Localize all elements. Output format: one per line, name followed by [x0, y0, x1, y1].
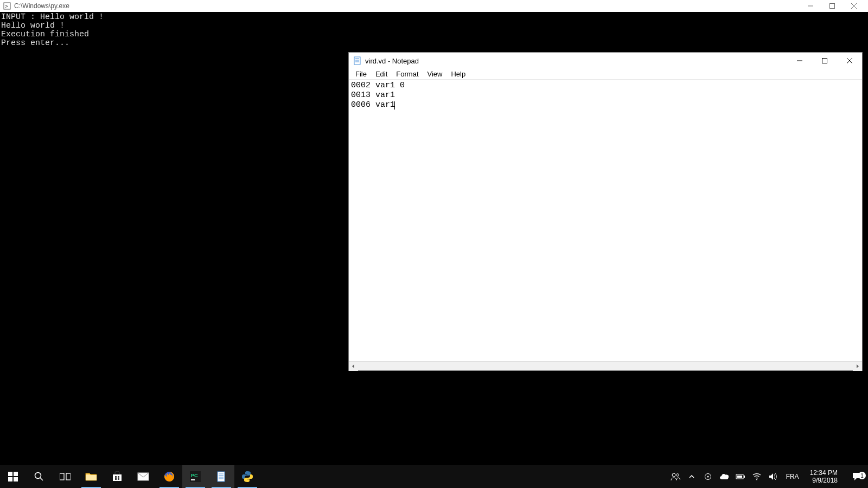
svg-rect-3: [830, 4, 835, 9]
console-line: Execution finished: [1, 30, 89, 39]
tray-time: 12:34 PM: [810, 469, 838, 477]
svg-point-40: [676, 474, 679, 477]
tray-location-icon[interactable]: [701, 465, 714, 488]
svg-rect-33: [191, 479, 195, 480]
pycharm-icon: PC: [190, 471, 201, 482]
notepad-icon: [216, 471, 226, 482]
notepad-minimize-button[interactable]: [787, 53, 812, 69]
menu-edit[interactable]: Edit: [371, 70, 392, 78]
svg-text:PC: PC: [191, 473, 198, 478]
windows-logo-icon: [8, 472, 18, 481]
notepad-line: 0013 var1: [351, 91, 395, 100]
svg-rect-19: [14, 477, 18, 481]
store-icon: [112, 471, 123, 482]
notepad-close-button[interactable]: [837, 53, 862, 69]
svg-rect-11: [822, 59, 827, 63]
taskbar-app-store[interactable]: [104, 465, 130, 488]
console-maximize-button[interactable]: [821, 0, 843, 12]
svg-line-21: [40, 478, 43, 480]
svg-point-46: [756, 479, 757, 480]
taskbar-app-python[interactable]: [234, 465, 260, 488]
start-button[interactable]: [0, 465, 26, 488]
menu-file[interactable]: File: [351, 70, 371, 78]
notification-badge: 1: [858, 472, 866, 479]
firefox-icon: [163, 471, 175, 483]
file-explorer-icon: [85, 472, 97, 481]
tray-clock[interactable]: 12:34 PM 9/9/2018: [806, 466, 842, 487]
console-line: Hello world !: [1, 21, 65, 30]
taskbar-left: PC: [0, 465, 260, 488]
notepad-line: 0002 var1 0: [351, 81, 405, 90]
notepad-maximize-button[interactable]: [812, 53, 837, 69]
chevron-up-icon: [689, 474, 694, 479]
tray-date: 9/9/2018: [810, 477, 838, 484]
python-icon: [241, 471, 253, 483]
svg-rect-16: [8, 472, 12, 476]
console-app-icon: >: [3, 2, 11, 10]
tray-onedrive-icon[interactable]: [718, 465, 731, 488]
menu-view[interactable]: View: [423, 70, 447, 78]
console-line: INPUT : Hello world !: [1, 12, 104, 22]
taskbar-app-pycharm[interactable]: PC: [182, 465, 208, 488]
notepad-window: vird.vd - Notepad File Edit Format View …: [348, 52, 863, 371]
menu-format[interactable]: Format: [392, 70, 423, 78]
notepad-title-text: vird.vd - Notepad: [365, 57, 419, 65]
taskbar: PC: [0, 465, 868, 488]
svg-rect-24: [86, 475, 97, 480]
svg-marker-15: [857, 364, 859, 368]
svg-point-42: [707, 476, 709, 478]
taskbar-spacer: [260, 465, 669, 488]
mail-icon: [137, 472, 149, 481]
taskbar-app-file-explorer[interactable]: [78, 465, 104, 488]
svg-point-20: [35, 473, 41, 479]
svg-rect-18: [8, 477, 12, 481]
tray-show-hidden-icons[interactable]: [685, 465, 698, 488]
tray-power-icon[interactable]: [734, 465, 747, 488]
svg-text:>: >: [5, 3, 8, 9]
text-cursor: [394, 101, 395, 110]
notepad-text-area[interactable]: 0002 var1 0 0013 var1 0006 var1: [349, 80, 862, 361]
console-line: Press enter...: [1, 38, 69, 48]
notepad-app-icon: [353, 56, 362, 65]
svg-rect-22: [60, 473, 64, 480]
taskbar-right: FRA 12:34 PM 9/9/2018 1: [669, 465, 868, 488]
tray-volume-icon[interactable]: [767, 465, 780, 488]
svg-rect-27: [115, 478, 117, 480]
notepad-titlebar[interactable]: vird.vd - Notepad: [349, 53, 862, 69]
svg-rect-34: [218, 472, 225, 481]
console-close-button[interactable]: [843, 0, 865, 12]
tray-language[interactable]: FRA: [783, 473, 802, 480]
tray-people-icon[interactable]: [669, 465, 682, 488]
svg-rect-6: [354, 57, 360, 65]
svg-point-39: [672, 473, 675, 477]
svg-rect-23: [66, 473, 71, 480]
search-icon: [34, 472, 44, 481]
svg-marker-14: [352, 364, 354, 368]
svg-rect-26: [118, 476, 119, 478]
svg-marker-47: [769, 473, 773, 480]
taskbar-app-notepad[interactable]: [208, 465, 234, 488]
scroll-right-arrow-icon[interactable]: [853, 362, 862, 371]
taskbar-app-firefox[interactable]: [156, 465, 182, 488]
console-titlebar[interactable]: > C:\Windows\py.exe: [0, 0, 868, 12]
svg-rect-17: [14, 472, 18, 476]
scroll-left-arrow-icon[interactable]: [349, 362, 358, 371]
console-title-text: C:\Windows\py.exe: [14, 2, 69, 10]
tray-action-center[interactable]: 1: [845, 472, 868, 481]
svg-rect-44: [737, 476, 742, 478]
task-view-icon: [60, 472, 71, 481]
tray-wifi-icon[interactable]: [750, 465, 763, 488]
search-button[interactable]: [26, 465, 52, 488]
notepad-horizontal-scrollbar[interactable]: [349, 361, 862, 370]
menu-help[interactable]: Help: [446, 70, 470, 78]
task-view-button[interactable]: [52, 465, 78, 488]
taskbar-app-mail[interactable]: [130, 465, 156, 488]
notepad-menubar: File Edit Format View Help: [349, 69, 862, 80]
tray-language-text: FRA: [786, 473, 799, 480]
console-minimize-button[interactable]: [800, 0, 821, 12]
svg-rect-25: [115, 476, 117, 478]
svg-rect-28: [118, 478, 119, 480]
svg-rect-45: [744, 476, 745, 478]
notepad-line: 0006 var1: [351, 100, 395, 110]
